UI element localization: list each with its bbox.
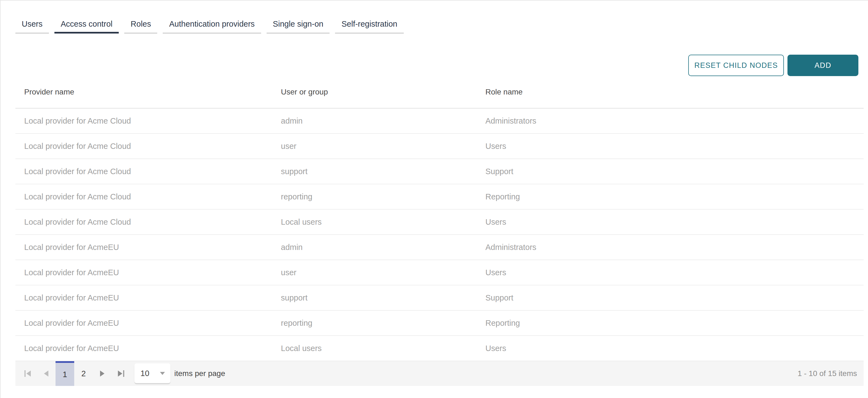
items-per-page-select[interactable]: 10 <box>134 363 170 384</box>
column-header-user-or-group[interactable]: User or group <box>272 88 476 96</box>
role-name-cell: Support <box>476 167 864 176</box>
role-name-cell: Users <box>476 344 864 353</box>
role-name-cell: Users <box>476 142 864 151</box>
table-header-row: Provider name User or group Role name <box>16 76 864 108</box>
chevron-down-icon <box>160 372 165 375</box>
column-header-provider-name[interactable]: Provider name <box>16 88 272 96</box>
provider-name-cell: Local provider for Acme Cloud <box>16 142 272 151</box>
tab-roles[interactable]: Roles <box>124 11 157 34</box>
user-or-group-cell: support <box>272 293 476 302</box>
pager-info: 1 - 10 of 15 items <box>798 369 864 378</box>
tab-bar: Users Access control Roles Authenticatio… <box>16 11 868 34</box>
last-page-icon <box>118 370 124 377</box>
first-page-button[interactable] <box>18 361 37 386</box>
table-toolbar: RESET CHILD NODES ADD <box>1 55 868 76</box>
table-row[interactable]: Local provider for Acme Cloud reporting … <box>16 184 864 209</box>
tab-authentication-providers[interactable]: Authentication providers <box>163 11 261 34</box>
role-name-cell: Administrators <box>476 243 864 252</box>
role-name-cell: Reporting <box>476 192 864 201</box>
page-1-button[interactable]: 1 <box>56 361 74 386</box>
tab-access-control[interactable]: Access control <box>55 11 119 34</box>
table-pager: 1 2 10 items per page 1 - 10 of 15 items <box>16 361 864 386</box>
next-page-icon <box>100 370 104 376</box>
table-row[interactable]: Local provider for AcmeEU user Users <box>16 260 864 286</box>
tab-self-registration[interactable]: Self-registration <box>335 11 403 34</box>
next-page-button[interactable] <box>93 361 112 386</box>
provider-name-cell: Local provider for AcmeEU <box>16 293 272 302</box>
table-row[interactable]: Local provider for Acme Cloud admin Admi… <box>16 108 864 134</box>
user-or-group-cell: reporting <box>272 319 476 328</box>
table-row[interactable]: Local provider for AcmeEU support Suppor… <box>16 286 864 311</box>
table-row[interactable]: Local provider for Acme Cloud support Su… <box>16 159 864 184</box>
role-name-cell: Users <box>476 218 864 227</box>
provider-name-cell: Local provider for Acme Cloud <box>16 167 272 176</box>
previous-page-icon <box>44 370 49 376</box>
provider-name-cell: Local provider for Acme Cloud <box>16 117 272 126</box>
table-row[interactable]: Local provider for Acme Cloud Local user… <box>16 209 864 235</box>
table-row[interactable]: Local provider for AcmeEU Local users Us… <box>16 336 864 361</box>
previous-page-button[interactable] <box>37 361 56 386</box>
access-control-table: Provider name User or group Role name Lo… <box>16 76 864 386</box>
column-header-role-name[interactable]: Role name <box>476 88 864 96</box>
role-name-cell: Administrators <box>476 117 864 126</box>
user-or-group-cell: reporting <box>272 192 476 201</box>
user-or-group-cell: Local users <box>272 218 476 227</box>
user-or-group-cell: support <box>272 167 476 176</box>
items-per-page-value: 10 <box>141 369 149 378</box>
role-name-cell: Users <box>476 268 864 277</box>
user-or-group-cell: user <box>272 268 476 277</box>
user-or-group-cell: Local users <box>272 344 476 353</box>
table-row[interactable]: Local provider for AcmeEU reporting Repo… <box>16 311 864 336</box>
add-button[interactable]: ADD <box>787 55 858 76</box>
user-or-group-cell: admin <box>272 243 476 252</box>
role-name-cell: Support <box>476 293 864 302</box>
items-per-page-label: items per page <box>174 369 225 378</box>
table-row[interactable]: Local provider for Acme Cloud user Users <box>16 134 864 159</box>
table-row[interactable]: Local provider for AcmeEU admin Administ… <box>16 235 864 260</box>
page-2-button[interactable]: 2 <box>74 361 93 386</box>
provider-name-cell: Local provider for Acme Cloud <box>16 192 272 201</box>
provider-name-cell: Local provider for AcmeEU <box>16 243 272 252</box>
last-page-button[interactable] <box>112 361 130 386</box>
role-name-cell: Reporting <box>476 319 864 328</box>
user-or-group-cell: user <box>272 142 476 151</box>
provider-name-cell: Local provider for AcmeEU <box>16 344 272 353</box>
tab-single-sign-on[interactable]: Single sign-on <box>267 11 330 34</box>
provider-name-cell: Local provider for AcmeEU <box>16 319 272 328</box>
access-control-panel: Users Access control Roles Authenticatio… <box>0 0 868 398</box>
provider-name-cell: Local provider for AcmeEU <box>16 268 272 277</box>
first-page-icon <box>25 370 31 377</box>
user-or-group-cell: admin <box>272 117 476 126</box>
tab-users[interactable]: Users <box>16 11 49 34</box>
provider-name-cell: Local provider for Acme Cloud <box>16 218 272 227</box>
reset-child-nodes-button[interactable]: RESET CHILD NODES <box>688 55 784 76</box>
